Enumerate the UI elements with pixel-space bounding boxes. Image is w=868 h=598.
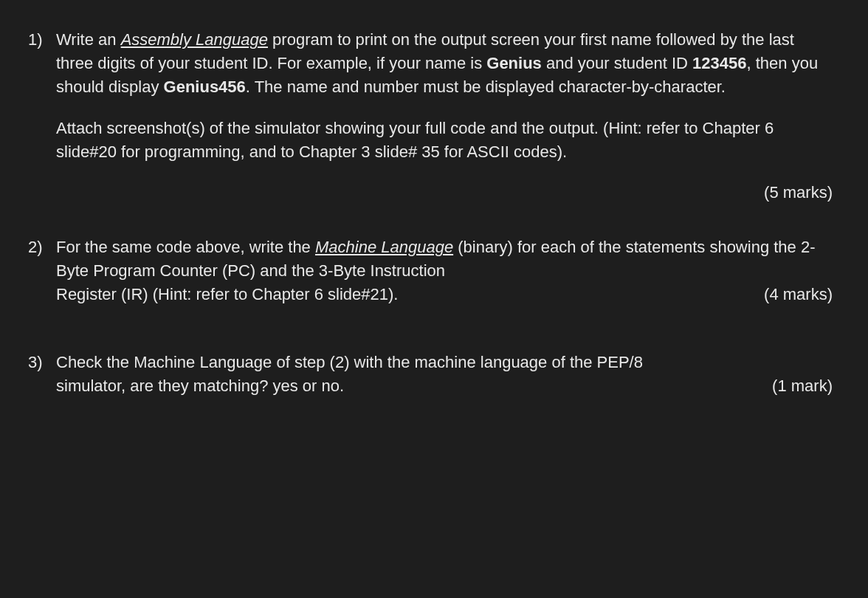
assembly-language-term: Assembly Language — [121, 30, 268, 49]
question-2-number: 2) — [28, 236, 56, 306]
question-1-marks-row: (5 marks) — [56, 181, 833, 205]
question-2-paragraph: For the same code above, write the Machi… — [56, 236, 833, 306]
question-1-number: 1) — [28, 28, 56, 205]
question-3-body: Check the Machine Language of step (2) w… — [56, 351, 833, 398]
question-3-marks: (1 mark) — [743, 374, 833, 398]
question-list: 1) Write an Assembly Language program to… — [28, 28, 833, 398]
question-2-body: For the same code above, write the Machi… — [56, 236, 833, 306]
example-name: Genius — [486, 54, 542, 72]
question-2-marks: (4 marks) — [734, 283, 833, 306]
question-3-last-text: simulator, are they matching? yes or no. — [56, 374, 743, 398]
question-1-marks: (5 marks) — [764, 181, 833, 205]
text-segment: . The name and number must be displayed … — [246, 78, 726, 96]
example-id: 123456 — [692, 54, 746, 72]
question-3-paragraph: Check the Machine Language of step (2) w… — [56, 351, 833, 398]
question-1-paragraph-2: Attach screenshot(s) of the simulator sh… — [56, 117, 833, 164]
text-segment: Write an — [56, 30, 121, 49]
question-2-last-line: Register (IR) (Hint: refer to Chapter 6 … — [56, 283, 833, 306]
question-3-last-line: simulator, are they matching? yes or no.… — [56, 374, 833, 398]
text-segment: Check the Machine Language of step (2) w… — [56, 353, 643, 371]
example-output: Genius456 — [164, 78, 246, 96]
question-2-last-text: Register (IR) (Hint: refer to Chapter 6 … — [56, 283, 734, 306]
question-1-body: Write an Assembly Language program to pr… — [56, 28, 833, 205]
text-segment: For the same code above, write the — [56, 238, 315, 256]
question-3: 3) Check the Machine Language of step (2… — [28, 351, 833, 398]
question-2: 2) For the same code above, write the Ma… — [28, 236, 833, 306]
machine-language-term: Machine Language — [315, 238, 453, 256]
question-1: 1) Write an Assembly Language program to… — [28, 28, 833, 205]
text-segment: and your student ID — [542, 54, 692, 72]
question-3-number: 3) — [28, 351, 56, 398]
question-1-paragraph-1: Write an Assembly Language program to pr… — [56, 28, 833, 99]
